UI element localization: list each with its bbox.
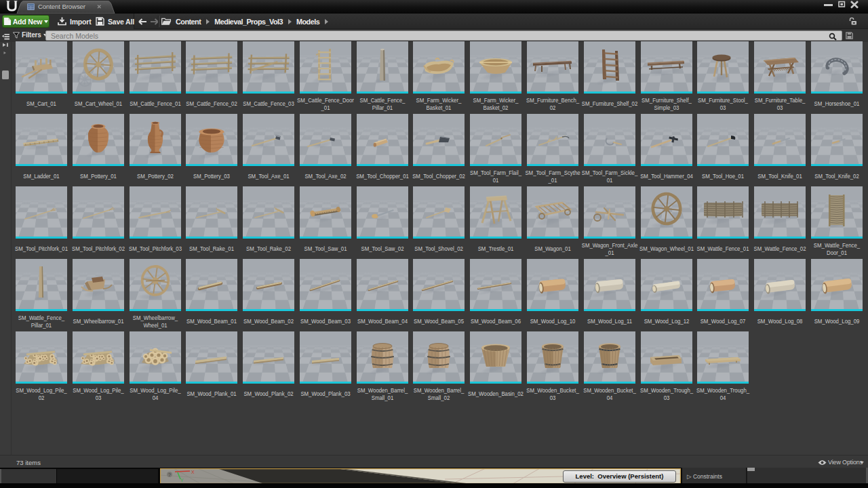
svg-text:?: ? <box>168 472 171 477</box>
svg-text:Y: Y <box>180 478 184 483</box>
svg-text:X: X <box>191 470 195 474</box>
svg-text:Content Browser: Content Browser <box>38 3 86 10</box>
